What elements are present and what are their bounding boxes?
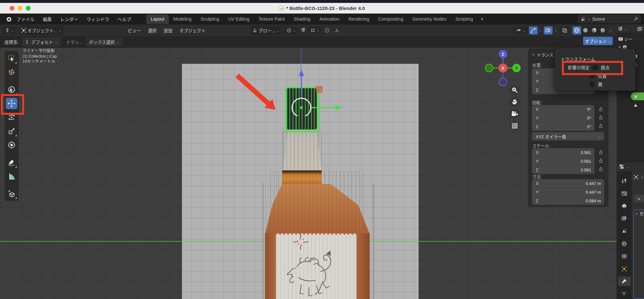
coord-system-dropdown[interactable]: デフォルト ⌄ (22, 37, 61, 46)
camera-view-button[interactable] (509, 109, 520, 119)
proportional-falloff-dropdown[interactable] (333, 26, 341, 34)
menu-object[interactable]: オブジェクト (176, 26, 208, 35)
tab-particle-properties[interactable] (618, 289, 631, 299)
tab-collection-properties[interactable] (618, 251, 631, 261)
add-workspace-button[interactable]: + (478, 15, 487, 23)
chevron-down-icon[interactable]: ⌄ (554, 29, 557, 32)
menu-window[interactable]: ウィンドウ (82, 14, 113, 24)
select-mode-dropdown[interactable]: ボックス選択 ⌄ (86, 37, 123, 46)
tab-tool-properties[interactable] (618, 176, 631, 186)
chevron-down-icon[interactable]: ⌄ (624, 27, 627, 31)
outliner-row-scene-collection[interactable]: シー (617, 35, 644, 43)
menu-edit[interactable]: 編集 (39, 14, 56, 24)
pivot-point-dropdown[interactable]: ⌄ (284, 27, 298, 34)
menu-view[interactable]: ビュー (125, 26, 144, 35)
tab-scripting[interactable]: Scripting (451, 14, 477, 24)
proportional-editing-toggle[interactable] (323, 26, 332, 34)
menu-render[interactable]: レンダー (56, 14, 82, 24)
scale-y-field[interactable]: Y0.561 (532, 157, 594, 166)
transform-tool[interactable] (6, 139, 17, 151)
tab-modifier-properties[interactable] (618, 276, 631, 286)
panel-title[interactable]: トランス (537, 52, 554, 58)
tab-render-properties[interactable] (618, 188, 631, 198)
collapse-icon[interactable]: ∨ (635, 212, 638, 216)
menu-help[interactable]: ヘルプ (113, 14, 135, 24)
add-modifier-button[interactable]: + (634, 195, 644, 202)
chevron-down-icon[interactable]: ⌄ (609, 29, 612, 32)
rotation-mode-dropdown[interactable]: XYZ オイラー角 ⌄ (532, 132, 604, 140)
mode-selector[interactable]: オブジェクト... ⌄ (19, 26, 63, 35)
collapse-icon[interactable]: ∨ (532, 53, 535, 56)
tab-rendering[interactable]: Rendering (344, 14, 374, 24)
rotation-z-field[interactable]: Z0° (532, 122, 594, 131)
parent-checkbox[interactable] (590, 82, 595, 87)
options-button[interactable]: オプション ⌄ (583, 37, 613, 45)
add-cube-tool[interactable] (6, 188, 17, 199)
overlays-toggle[interactable] (544, 26, 553, 34)
menu-add[interactable]: 追加 (161, 26, 175, 35)
modifier-panel[interactable]: ∨ (633, 209, 644, 299)
select-box-tool[interactable] (6, 53, 17, 64)
dim-x-field[interactable]: X0.447 m (532, 179, 604, 188)
pan-view-button[interactable] (509, 97, 520, 107)
chevron-down-icon[interactable]: ⌄ (539, 29, 542, 32)
filter-icon[interactable] (637, 26, 643, 31)
tab-view-layer-properties[interactable] (618, 214, 631, 223)
tab-world-properties[interactable] (618, 239, 631, 248)
shading-wireframe-button[interactable] (573, 26, 581, 34)
shading-solid-button[interactable] (581, 26, 590, 34)
measure-tool[interactable] (6, 170, 17, 182)
gizmo-y-neg-ball[interactable] (485, 64, 493, 72)
navigation-axis-gizmo[interactable]: Z Y X (483, 49, 524, 88)
tab-layout[interactable]: Layout (146, 14, 169, 24)
lock-icon[interactable] (598, 122, 604, 130)
object-visibility-dropdown[interactable]: ⌄ (514, 27, 528, 34)
snap-target-dropdown[interactable]: ⌄ (308, 27, 322, 34)
outliner-row-cap-selected[interactable] (631, 92, 644, 100)
chevron-down-icon[interactable]: ⌄ (626, 165, 629, 169)
snap-magnet-toggle[interactable] (299, 26, 308, 34)
rotation-x-field[interactable]: X0° (532, 105, 594, 114)
tab-texture-paint[interactable]: Texture Paint (254, 14, 289, 24)
gizmos-toggle[interactable] (529, 26, 538, 34)
properties-editor-icon[interactable] (619, 164, 625, 169)
dim-y-field[interactable]: Y0.447 m (532, 188, 604, 197)
dim-z-field[interactable]: Z0.584 m (532, 197, 604, 205)
transform-orientation-dropdown[interactable]: グロー... ⌄ (250, 26, 282, 35)
shading-material-button[interactable] (590, 26, 599, 34)
scale-tool[interactable] (6, 125, 17, 137)
tab-modeling[interactable]: Modeling (169, 14, 196, 24)
scale-x-field[interactable]: X0.561 (532, 148, 594, 157)
zoom-view-button[interactable] (509, 85, 520, 95)
tab-animation[interactable]: Animation (315, 14, 344, 24)
parent-option-label[interactable]: 親 (598, 81, 602, 87)
editor-type-button[interactable]: ⌄ (3, 26, 16, 34)
lock-icon[interactable] (598, 148, 604, 157)
scale-z-field[interactable]: Z0.561 (532, 166, 594, 174)
tab-output-properties[interactable] (618, 201, 631, 211)
outliner-row-object[interactable] (617, 101, 644, 109)
pin-icon[interactable] (633, 16, 638, 21)
tab-object-properties[interactable] (618, 264, 631, 274)
tab-compositing[interactable]: Compositing (374, 14, 408, 24)
shading-rendered-button[interactable] (599, 26, 607, 34)
cursor-tool[interactable] (6, 66, 17, 78)
menu-file[interactable]: ファイル (12, 14, 39, 24)
xray-toggle[interactable] (560, 26, 569, 34)
rotation-y-field[interactable]: Y0° (532, 114, 594, 122)
lock-icon[interactable] (598, 157, 604, 165)
tweak-tool[interactable] (6, 84, 17, 95)
tab-sculpting[interactable]: Sculpting (196, 14, 224, 24)
outliner-editor-icon[interactable] (618, 26, 623, 31)
tab-uv-editing[interactable]: UV Editing (223, 14, 254, 24)
move-gizmo[interactable] (280, 64, 351, 116)
menu-select[interactable]: 選択 (145, 26, 159, 35)
gizmo-z-neg-ball[interactable] (499, 78, 507, 86)
tab-geometry-nodes[interactable]: Geometry Nodes (408, 14, 451, 24)
scene-selector[interactable]: ⌄ Scene (578, 14, 641, 23)
tab-scene-properties[interactable] (618, 226, 631, 236)
viewport-3d[interactable]: ライト・平行投影 (1) Collection | Cap 10センチメートル (0, 48, 617, 299)
annotate-tool[interactable] (6, 157, 17, 168)
tab-shading[interactable]: Shading (289, 14, 315, 24)
lock-icon[interactable] (598, 165, 604, 173)
